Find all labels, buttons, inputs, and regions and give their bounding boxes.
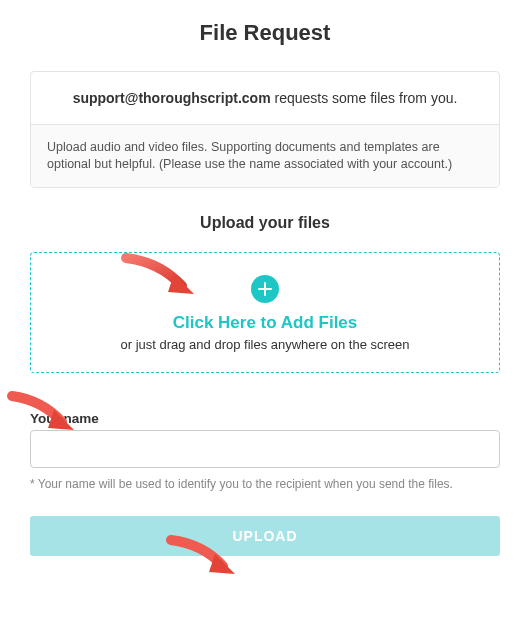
request-suffix: requests some files from you. <box>271 90 458 106</box>
requester-email: support@thoroughscript.com <box>73 90 271 106</box>
name-input[interactable] <box>30 430 500 468</box>
request-instructions: Upload audio and video files. Supporting… <box>31 125 499 187</box>
request-card: support@thoroughscript.com requests some… <box>30 71 500 188</box>
page-title: File Request <box>0 20 530 46</box>
name-hint: * Your name will be used to identify you… <box>30 476 500 492</box>
plus-icon[interactable] <box>251 275 279 303</box>
drag-text: or just drag and drop files anywhere on … <box>41 337 489 352</box>
dropzone[interactable]: Click Here to Add Files or just drag and… <box>30 252 500 373</box>
add-files-link[interactable]: Click Here to Add Files <box>41 313 489 333</box>
name-label: Your name <box>30 411 500 426</box>
upload-heading: Upload your files <box>0 214 530 232</box>
request-line: support@thoroughscript.com requests some… <box>31 72 499 125</box>
upload-button[interactable]: UPLOAD <box>30 516 500 556</box>
